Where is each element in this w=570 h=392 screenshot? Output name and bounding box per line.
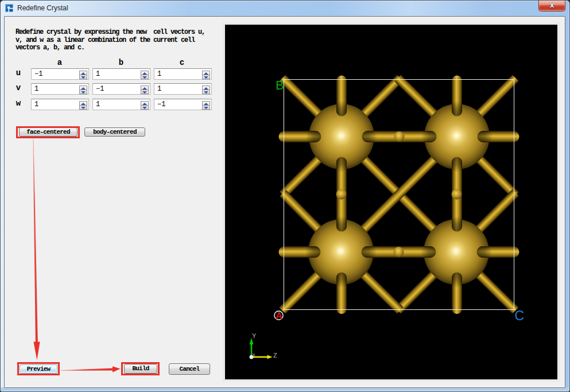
svg-text:A: A <box>276 311 282 321</box>
svg-text:B: B <box>276 78 284 92</box>
svg-text:C: C <box>515 308 525 323</box>
svg-text:x: x <box>253 352 255 358</box>
svg-text:Y: Y <box>252 332 257 339</box>
svg-text:Z: Z <box>273 352 277 359</box>
